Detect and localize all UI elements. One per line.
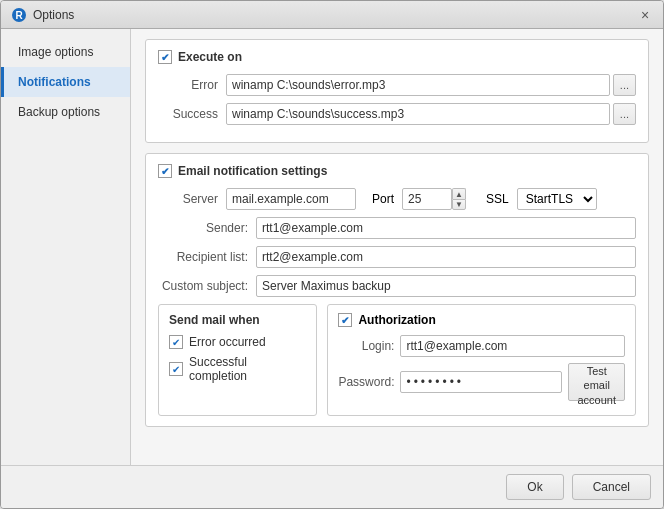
execute-on-section: Execute on Error ... Success ... — [145, 39, 649, 143]
sidebar: Image options Notifications Backup optio… — [1, 29, 131, 465]
auth-box: Authorization Login: Password: Test emai… — [327, 304, 636, 416]
auth-header: Authorization — [338, 313, 625, 327]
sidebar-item-notifications[interactable]: Notifications — [1, 67, 130, 97]
password-label: Password: — [338, 375, 394, 389]
options-dialog: R Options × Image options Notifications … — [0, 0, 664, 509]
error-input[interactable] — [226, 74, 610, 96]
main-content: Image options Notifications Backup optio… — [1, 29, 663, 465]
email-settings-title: Email notification settings — [178, 164, 327, 178]
error-label: Error — [158, 78, 218, 92]
error-occurred-label: Error occurred — [189, 335, 266, 349]
recipient-input[interactable] — [256, 246, 636, 268]
server-input[interactable] — [226, 188, 356, 210]
app-icon: R — [11, 7, 27, 23]
title-bar: R Options × — [1, 1, 663, 29]
port-down-button[interactable]: ▼ — [452, 199, 466, 210]
sender-row: Sender: — [158, 217, 636, 239]
error-occurred-checkbox[interactable] — [169, 335, 183, 349]
port-input[interactable] — [402, 188, 452, 210]
svg-text:R: R — [15, 10, 23, 21]
password-row: Password: Test email account — [338, 363, 625, 401]
auth-checkbox[interactable] — [338, 313, 352, 327]
close-button[interactable]: × — [637, 7, 653, 23]
error-row: Error ... — [158, 74, 636, 96]
email-settings-header: Email notification settings — [158, 164, 636, 178]
subject-input[interactable] — [256, 275, 636, 297]
success-input[interactable] — [226, 103, 610, 125]
lower-section: Send mail when Error occurred Successful… — [158, 304, 636, 416]
test-email-button[interactable]: Test email account — [568, 363, 625, 401]
subject-label: Custom subject: — [158, 279, 248, 293]
success-row: Success ... — [158, 103, 636, 125]
ok-button[interactable]: Ok — [506, 474, 563, 500]
dialog-title: Options — [33, 8, 74, 22]
notifications-panel: Execute on Error ... Success ... — [131, 29, 663, 465]
email-settings-checkbox[interactable] — [158, 164, 172, 178]
sender-input[interactable] — [256, 217, 636, 239]
auth-title: Authorization — [358, 313, 435, 327]
error-input-group: ... — [226, 74, 636, 96]
execute-on-checkbox[interactable] — [158, 50, 172, 64]
ssl-label: SSL — [486, 192, 509, 206]
server-label: Server — [158, 192, 218, 206]
error-occurred-row: Error occurred — [169, 335, 306, 349]
login-input[interactable] — [400, 335, 625, 357]
port-up-button[interactable]: ▲ — [452, 188, 466, 199]
login-row: Login: — [338, 335, 625, 357]
server-row: Server Port ▲ ▼ SSL None SSL Star — [158, 188, 636, 210]
port-spin: ▲ ▼ — [452, 188, 466, 210]
sidebar-item-backup-options[interactable]: Backup options — [1, 97, 130, 127]
password-input[interactable] — [400, 371, 562, 393]
successful-completion-checkbox[interactable] — [169, 362, 183, 376]
successful-completion-label: Successful completion — [189, 355, 306, 383]
success-input-group: ... — [226, 103, 636, 125]
subject-row: Custom subject: — [158, 275, 636, 297]
port-label: Port — [372, 192, 394, 206]
sender-label: Sender: — [158, 221, 248, 235]
login-label: Login: — [338, 339, 394, 353]
sidebar-item-image-options[interactable]: Image options — [1, 37, 130, 67]
successful-completion-row: Successful completion — [169, 355, 306, 383]
title-bar-left: R Options — [11, 7, 74, 23]
email-settings-section: Email notification settings Server Port … — [145, 153, 649, 427]
send-mail-title: Send mail when — [169, 313, 306, 327]
execute-on-header: Execute on — [158, 50, 636, 64]
success-browse-button[interactable]: ... — [613, 103, 636, 125]
footer: Ok Cancel — [1, 465, 663, 508]
error-browse-button[interactable]: ... — [613, 74, 636, 96]
execute-on-title: Execute on — [178, 50, 242, 64]
ssl-select[interactable]: None SSL StartTLS TLS — [517, 188, 597, 210]
cancel-button[interactable]: Cancel — [572, 474, 651, 500]
recipient-label: Recipient list: — [158, 250, 248, 264]
success-label: Success — [158, 107, 218, 121]
port-group: ▲ ▼ — [402, 188, 466, 210]
send-mail-box: Send mail when Error occurred Successful… — [158, 304, 317, 416]
recipient-row: Recipient list: — [158, 246, 636, 268]
